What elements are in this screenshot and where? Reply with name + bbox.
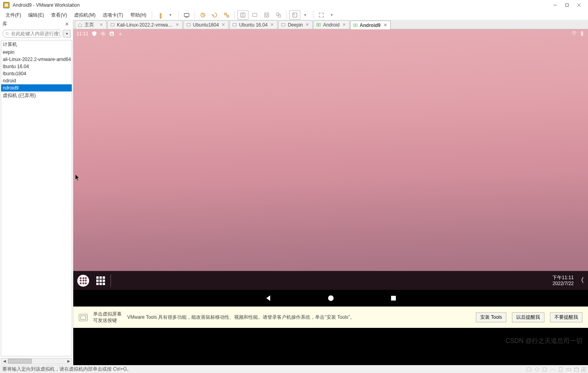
- app-drawer-button[interactable]: [77, 275, 89, 287]
- svg-point-33: [574, 35, 575, 36]
- tab-close[interactable]: ✕: [383, 23, 388, 28]
- search-input[interactable]: [11, 31, 60, 36]
- tree-item[interactable]: lbuntu1804: [1, 70, 72, 77]
- menu-tabs[interactable]: 选项卡(T): [99, 11, 126, 20]
- resize-grip-icon[interactable]: [581, 367, 586, 371]
- android-taskbar[interactable]: 下午11:11 2022/7/22 〈: [73, 271, 588, 290]
- sidebar-search[interactable]: [2, 30, 63, 38]
- tree-item[interactable]: ali-Linux-2022.2-vmware-amd64: [1, 56, 72, 63]
- tab-close[interactable]: ✕: [269, 22, 275, 27]
- close-button[interactable]: [573, 1, 585, 9]
- device-icon: [574, 367, 579, 372]
- svg-point-39: [535, 367, 539, 371]
- svg-point-10: [227, 15, 229, 17]
- tree-item[interactable]: lbuntu 16.04: [1, 63, 72, 70]
- vm-running-icon: [353, 23, 358, 28]
- nav-overview-icon[interactable]: [390, 295, 397, 302]
- view-single-button[interactable]: [237, 10, 248, 20]
- svg-rect-43: [575, 367, 579, 371]
- menu-file[interactable]: 文件(F): [2, 11, 24, 20]
- tab-close[interactable]: ✕: [342, 22, 347, 27]
- tab-label: Android: [323, 22, 339, 28]
- view-unity-button[interactable]: [273, 10, 284, 20]
- tree-item[interactable]: 虚拟机 (已弃用): [1, 91, 72, 100]
- shield-icon: [92, 31, 97, 36]
- svg-rect-18: [278, 15, 281, 17]
- taskbar-clock[interactable]: 下午11:11 2022/7/22: [552, 275, 574, 286]
- device-icon: [558, 367, 563, 372]
- menu-view[interactable]: 查看(V): [48, 11, 70, 20]
- nav-home-icon[interactable]: [327, 295, 334, 302]
- fullscreen-menu-caret[interactable]: ▼: [326, 10, 337, 20]
- never-remind-button[interactable]: 不要提醒我: [550, 312, 582, 322]
- snapshot-manager-button[interactable]: [221, 10, 232, 20]
- tree-item[interactable]: eepin: [1, 49, 72, 56]
- tab-vm-running[interactable]: Android ✕: [313, 20, 349, 29]
- vm-running-icon: [316, 23, 321, 27]
- svg-rect-19: [293, 13, 297, 17]
- tab-close[interactable]: ✕: [305, 22, 310, 27]
- install-tools-button[interactable]: 安装 Tools: [476, 312, 506, 322]
- tab-vm[interactable]: Ubuntu 16.04 ✕: [229, 20, 277, 29]
- tab-vm[interactable]: Deepin ✕: [278, 20, 313, 29]
- battery-icon: [579, 31, 585, 36]
- device-icon: [566, 367, 571, 372]
- vm-icon: [232, 23, 237, 27]
- device-icon: [550, 367, 556, 372]
- svg-point-9: [225, 13, 227, 15]
- stretch-menu-caret[interactable]: ▼: [300, 10, 311, 20]
- android-navbar[interactable]: [73, 290, 588, 306]
- sidebar-hscrollbar[interactable]: ◀ ▶: [1, 358, 72, 364]
- recents-grid-icon[interactable]: [96, 276, 105, 285]
- home-icon: [78, 23, 82, 27]
- hint-line1: 单击虚拟屏幕: [93, 311, 122, 318]
- tab-close[interactable]: ✕: [221, 22, 226, 27]
- tab-home[interactable]: 主页 ✕: [75, 20, 107, 29]
- svg-rect-34: [581, 32, 583, 36]
- send-ctrl-alt-del-button[interactable]: [181, 10, 192, 20]
- snapshot-button[interactable]: [197, 10, 208, 20]
- maximize-button[interactable]: [561, 1, 573, 9]
- tab-label: 主页: [84, 21, 97, 28]
- tab-vm[interactable]: Kali-Linux-2022.2-vmware-am... ✕: [107, 20, 183, 29]
- svg-text:A: A: [111, 32, 113, 36]
- view-fullscreen-button[interactable]: [261, 10, 272, 20]
- remind-later-button[interactable]: 以后提醒我: [512, 312, 544, 322]
- stretch-guest-button[interactable]: [289, 10, 300, 20]
- sidebar-close-button[interactable]: ✕: [63, 21, 71, 27]
- svg-rect-35: [582, 31, 583, 31]
- enter-fullscreen-button[interactable]: [316, 10, 327, 20]
- menu-edit[interactable]: 编辑(E): [25, 11, 47, 20]
- nav-back-icon[interactable]: [265, 295, 272, 302]
- view-console-button[interactable]: [249, 10, 260, 20]
- taskbar-expand-icon[interactable]: 〈: [578, 276, 584, 285]
- sidebar: 库 ✕ ▼ 计算机 eepin ali-Linux-2022.2-vmware-…: [0, 20, 73, 365]
- vmware-logo-icon: [3, 2, 10, 8]
- power-menu-caret[interactable]: ▼: [165, 10, 176, 20]
- tree-item-selected[interactable]: ndroid9: [1, 84, 72, 91]
- revert-snapshot-button[interactable]: [209, 10, 220, 20]
- pause-vm-button[interactable]: ||: [155, 10, 166, 20]
- tree-item[interactable]: 计算机: [1, 40, 72, 49]
- svg-marker-27: [318, 24, 320, 25]
- menu-help[interactable]: 帮助(H): [127, 11, 150, 20]
- vm-display[interactable]: 11:11 A: [73, 29, 588, 365]
- svg-line-8: [203, 15, 204, 16]
- search-filter-dropdown[interactable]: ▼: [63, 30, 71, 38]
- vm-icon: [110, 23, 115, 27]
- tab-close[interactable]: ✕: [99, 22, 104, 27]
- svg-line-11: [226, 15, 227, 15]
- menu-vm[interactable]: 虚拟机(M): [71, 11, 99, 20]
- library-tree[interactable]: 计算机 eepin ali-Linux-2022.2-vmware-amd64 …: [1, 40, 72, 356]
- tab-close[interactable]: ✕: [175, 22, 180, 27]
- status-time: 11:11: [76, 31, 88, 36]
- svg-rect-25: [282, 23, 285, 26]
- tab-vm-active[interactable]: Android9 ✕: [350, 21, 391, 29]
- search-icon: [5, 32, 10, 36]
- tree-item[interactable]: ndroid: [1, 77, 72, 84]
- vm-icon: [186, 23, 191, 27]
- minimize-button[interactable]: [549, 1, 561, 9]
- window-title: Android9 - VMware Workstation: [13, 2, 549, 8]
- svg-point-20: [6, 32, 8, 34]
- tab-vm[interactable]: Ubuntu1804 ✕: [183, 20, 229, 29]
